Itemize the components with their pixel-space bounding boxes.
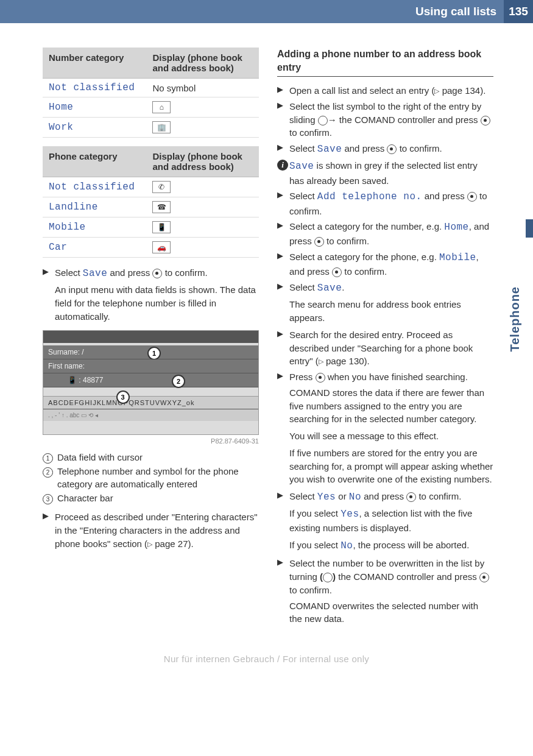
press-icon	[332, 267, 342, 277]
category-label: Car	[43, 238, 146, 258]
table-header: Display (phone book and address book)	[146, 146, 259, 177]
instruction-step: ▶ Select Save.	[277, 281, 493, 295]
instruction-continuation: The search menu for address book entries…	[289, 298, 493, 325]
footer-watermark: Nur für internen Gebrauch / For internal…	[0, 654, 533, 674]
table-row: Mobile 📱	[43, 217, 259, 238]
instruction-step: ▶ Select a category for the number, e.g.…	[277, 220, 493, 248]
instruction-step: ▶ Select a category for the phone, e.g. …	[277, 250, 493, 278]
phone-category-table: Phone category Display (phone book and a…	[43, 146, 259, 258]
table-row: Car 🚗	[43, 238, 259, 258]
instruction-step: ▶ Proceed as described under "Entering c…	[43, 510, 259, 550]
category-display: 🏢	[146, 118, 259, 138]
instruction-step: ▶ Select Yes or No and press to confirm.	[277, 490, 493, 504]
table-header: Number category	[43, 48, 146, 79]
category-display: No symbol	[146, 79, 259, 97]
mobile-icon: 📱	[152, 221, 171, 233]
table-header: Phone category	[43, 146, 146, 177]
slide-icon	[318, 116, 328, 125]
category-label: Mobile	[43, 217, 146, 238]
section-label: Telephone	[508, 286, 522, 352]
callout-1: 1	[147, 347, 161, 360]
phone-icon: ✆	[152, 181, 171, 193]
category-display: ✆	[146, 177, 259, 197]
instruction-step: ▶ Select the number to be overwritten in…	[277, 557, 493, 596]
instruction-step: ▶ Select Save and press to confirm.	[43, 266, 259, 281]
category-label: Home	[43, 97, 146, 118]
callout-2: 2	[172, 375, 185, 388]
instruction-step: ▶ Select the list symbol to the right of…	[277, 100, 493, 140]
press-icon	[479, 573, 489, 582]
instruction-step: ▶ Press when you have finished searching…	[277, 370, 493, 384]
press-icon	[406, 492, 416, 502]
instruction-continuation: You will see a message to this effect.	[289, 429, 493, 443]
press-icon	[467, 192, 477, 202]
legend-item: 1Data field with cursor	[43, 451, 259, 464]
figure-code: P82.87-6409-31	[43, 437, 259, 445]
landline-icon: ☎	[152, 201, 171, 213]
number-category-table: Number category Display (phone book and …	[43, 48, 259, 138]
instruction-continuation: COMAND stores the data if there are fewe…	[289, 386, 493, 426]
left-column: Number category Display (phone book and …	[43, 48, 259, 629]
category-display: 📱	[146, 217, 259, 238]
page-header: Using call lists 135	[0, 0, 533, 23]
category-label: Work	[43, 118, 146, 138]
category-label: Not classified	[43, 177, 146, 197]
car-icon: 🚗	[152, 241, 171, 253]
header-title: Using call lists	[415, 5, 504, 18]
category-display: ⌂	[146, 97, 259, 118]
press-icon	[387, 144, 397, 154]
instruction-continuation: An input menu with data fields is shown.…	[55, 283, 259, 323]
section-heading: Adding a phone number to an address book…	[277, 48, 493, 77]
press-icon	[316, 373, 325, 383]
press-icon	[314, 237, 324, 247]
table-row: Landline ☎	[43, 197, 259, 217]
table-header: Display (phone book and address book)	[146, 48, 259, 79]
instruction-step: ▶ Select Add telephone no. and press to …	[277, 189, 493, 217]
section-tab	[526, 219, 533, 238]
category-display: 🚗	[146, 238, 259, 258]
turn-icon	[323, 573, 333, 582]
table-row: Not classified No symbol	[43, 79, 259, 97]
category-display: ☎	[146, 197, 259, 217]
instruction-continuation: COMAND overwrites the selected number wi…	[289, 599, 493, 626]
page-number: 135	[504, 0, 533, 23]
work-icon: 🏢	[152, 121, 171, 133]
instruction-continuation: If you select No, the process will be ab…	[289, 539, 493, 553]
category-label: Landline	[43, 197, 146, 217]
instruction-step: ▶ Search for the desired entry. Proceed …	[277, 328, 493, 368]
instruction-continuation: If five numbers are stored for the entry…	[289, 447, 493, 486]
instruction-continuation: If you select Yes, a selection list with…	[289, 507, 493, 535]
comand-screenshot: Surname: / 1 First name: 📱 : 48877 2 ABC…	[43, 330, 259, 435]
press-icon	[481, 116, 490, 125]
table-row: Home ⌂	[43, 97, 259, 118]
instruction-step: ▶ Select Save and press to confirm.	[277, 142, 493, 157]
category-label: Not classified	[43, 79, 146, 97]
right-column: Adding a phone number to an address book…	[277, 48, 493, 629]
table-row: Not classified ✆	[43, 177, 259, 197]
legend-item: 2Telephone number and symbol for the pho…	[43, 465, 259, 490]
table-row: Work 🏢	[43, 118, 259, 138]
home-icon: ⌂	[152, 101, 171, 113]
instruction-step: ▶ Open a call list and select an entry (…	[277, 84, 493, 97]
info-icon: i	[277, 160, 288, 171]
info-note: i Save is shown in grey if the selected …	[277, 159, 493, 187]
press-icon	[152, 269, 162, 278]
legend-item: 3Character bar	[43, 492, 259, 504]
